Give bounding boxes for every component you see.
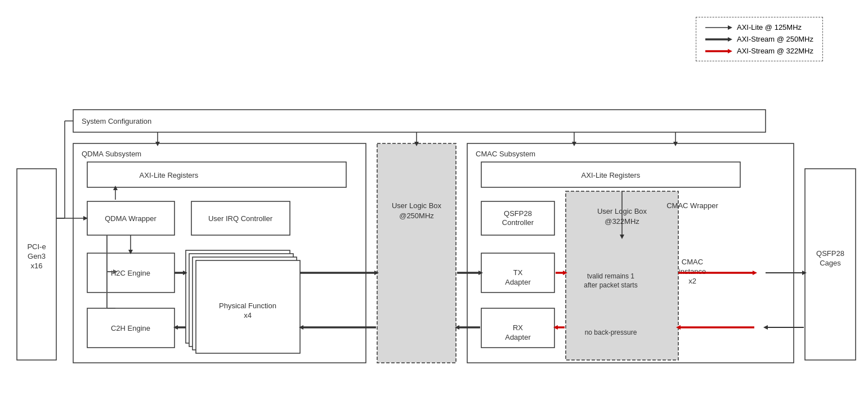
svg-marker-3 xyxy=(728,37,732,42)
svg-rect-19 xyxy=(196,260,300,353)
svg-rect-13 xyxy=(87,162,346,187)
user-irq-label: User IRQ Controller xyxy=(208,214,273,223)
svg-text:x2: x2 xyxy=(688,277,696,285)
svg-text:@250MHz: @250MHz xyxy=(399,212,434,220)
svg-marker-56 xyxy=(173,325,178,330)
h2c-engine-label: H2C Engine xyxy=(111,269,150,277)
svg-marker-52 xyxy=(113,186,118,190)
c2h-engine-label: C2H Engine xyxy=(111,324,150,332)
svg-marker-64 xyxy=(299,325,303,330)
svg-text:after packet starts: after packet starts xyxy=(584,281,637,289)
svg-rect-16 xyxy=(186,250,290,343)
svg-text:x4: x4 xyxy=(244,311,252,320)
svg-rect-26 xyxy=(481,162,740,187)
svg-marker-58 xyxy=(374,271,379,275)
svg-marker-47 xyxy=(83,216,88,220)
svg-marker-68 xyxy=(753,271,757,275)
svg-marker-39 xyxy=(155,142,160,146)
svg-rect-18 xyxy=(193,257,297,350)
svg-text:Gen3: Gen3 xyxy=(28,252,46,260)
legend-label-axi-stream-250: AXI-Stream @ 250MHz xyxy=(737,35,813,43)
svg-text:instance: instance xyxy=(679,267,706,276)
svg-marker-66 xyxy=(563,271,567,275)
svg-text:Controller: Controller xyxy=(502,218,534,227)
physical-function-label: Physical Function xyxy=(219,302,276,310)
svg-rect-7 xyxy=(17,169,56,360)
qsfp28-controller-label: QSFP28 xyxy=(504,209,532,218)
svg-marker-41 xyxy=(414,142,419,146)
legend-item-axi-stream-322: AXI-Stream @ 322MHz xyxy=(705,47,813,55)
svg-marker-45 xyxy=(673,142,678,146)
svg-text:Adapter: Adapter xyxy=(505,333,531,341)
svg-marker-84 xyxy=(763,325,768,330)
svg-marker-72 xyxy=(553,325,558,330)
svg-marker-70 xyxy=(676,325,681,330)
svg-marker-62 xyxy=(455,325,459,330)
cmac-subsystem-label: CMAC Subsystem xyxy=(476,150,535,158)
svg-marker-80 xyxy=(620,235,624,239)
tvalid-label: tvalid remains 1 xyxy=(587,272,634,280)
svg-marker-54 xyxy=(183,271,187,275)
qdma-wrapper-label: QDMA Wrapper xyxy=(105,214,156,223)
svg-marker-82 xyxy=(802,271,807,275)
qdma-subsystem-label: QDMA Subsystem xyxy=(82,150,141,158)
no-backpressure-label: no back-pressure xyxy=(585,328,637,336)
svg-text:@322MHz: @322MHz xyxy=(605,217,639,226)
legend-box: AXI-Lite @ 125MHz AXI-Stream @ 250MHz AX… xyxy=(696,17,823,61)
svg-rect-15 xyxy=(191,201,290,235)
svg-rect-25 xyxy=(467,143,794,363)
cmac-wrapper-label: CMAC Wrapper xyxy=(666,201,718,210)
svg-text:Cages: Cages xyxy=(820,259,841,267)
svg-rect-29 xyxy=(481,253,554,292)
legend-label-axi-lite: AXI-Lite @ 125MHz xyxy=(737,23,802,32)
svg-marker-43 xyxy=(572,142,576,146)
svg-rect-10 xyxy=(805,169,856,360)
svg-text:Adapter: Adapter xyxy=(505,278,531,286)
axi-lite-regs-qdma-label: AXI-Lite Registers xyxy=(140,171,199,179)
svg-rect-21 xyxy=(87,253,175,292)
rx-adapter-label: RX xyxy=(513,323,523,332)
svg-rect-33 xyxy=(566,191,678,360)
legend-label-axi-stream-322: AXI-Stream @ 322MHz xyxy=(737,47,813,55)
user-logic-250-label: User Logic Box xyxy=(392,201,442,210)
svg-marker-74 xyxy=(128,250,133,254)
svg-rect-12 xyxy=(73,143,366,363)
svg-rect-31 xyxy=(481,308,554,348)
qsfp28-cages-label: QSFP28 xyxy=(816,249,844,258)
axi-lite-regs-cmac-label: AXI-Lite Registers xyxy=(581,171,641,179)
legend-item-axi-lite: AXI-Lite @ 125MHz xyxy=(705,23,813,32)
cmac-instance-label: CMAC xyxy=(682,258,703,266)
legend-item-axi-stream-250: AXI-Stream @ 250MHz xyxy=(705,35,813,43)
svg-text:x16: x16 xyxy=(31,262,43,270)
svg-rect-14 xyxy=(87,201,175,235)
svg-rect-27 xyxy=(481,201,554,235)
svg-rect-23 xyxy=(377,143,456,363)
user-logic-322-label: User Logic Box xyxy=(597,207,647,215)
tx-adapter-label: TX xyxy=(513,268,523,277)
svg-rect-17 xyxy=(189,254,293,346)
svg-marker-1 xyxy=(728,25,732,30)
svg-marker-60 xyxy=(478,271,483,275)
pcie-label: PCI-e xyxy=(27,242,46,251)
svg-rect-6 xyxy=(73,110,766,132)
diagram-container: AXI-Lite @ 125MHz AXI-Stream @ 250MHz AX… xyxy=(0,0,868,405)
svg-marker-5 xyxy=(728,49,732,53)
system-config-label: System Configuration xyxy=(82,117,151,125)
svg-marker-78 xyxy=(113,269,118,274)
svg-rect-22 xyxy=(87,308,175,348)
